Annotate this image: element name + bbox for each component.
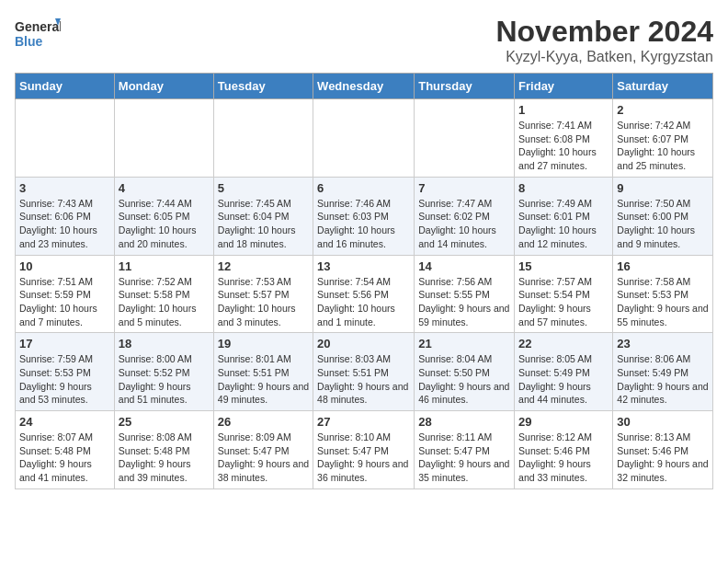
day-detail: Sunrise: 8:00 AM Sunset: 5:52 PM Dayligh… <box>119 352 210 407</box>
day-number: 21 <box>418 337 510 350</box>
title-block: November 2024 Kyzyl-Kyya, Batken, Kyrgyz… <box>495 15 713 65</box>
calendar-cell: 22Sunrise: 8:05 AM Sunset: 5:49 PM Dayli… <box>515 333 613 411</box>
day-detail: Sunrise: 8:05 AM Sunset: 5:49 PM Dayligh… <box>518 352 609 407</box>
day-detail: Sunrise: 7:50 AM Sunset: 6:00 PM Dayligh… <box>617 197 709 251</box>
day-detail: Sunrise: 8:01 AM Sunset: 5:51 PM Dayligh… <box>218 352 309 407</box>
day-detail: Sunrise: 7:43 AM Sunset: 6:06 PM Dayligh… <box>19 197 110 251</box>
calendar-cell: 29Sunrise: 8:12 AM Sunset: 5:46 PM Dayli… <box>515 411 613 489</box>
calendar-cell: 6Sunrise: 7:46 AM Sunset: 6:03 PM Daylig… <box>313 177 415 255</box>
calendar-cell: 11Sunrise: 7:52 AM Sunset: 5:58 PM Dayli… <box>114 255 213 333</box>
day-number: 5 <box>218 181 309 195</box>
calendar-cell: 17Sunrise: 7:59 AM Sunset: 5:53 PM Dayli… <box>16 333 115 411</box>
day-number: 4 <box>119 181 210 195</box>
location-subtitle: Kyzyl-Kyya, Batken, Kyrgyzstan <box>495 49 713 65</box>
day-number: 20 <box>317 337 410 350</box>
day-number: 29 <box>518 415 609 429</box>
calendar-cell: 26Sunrise: 8:09 AM Sunset: 5:47 PM Dayli… <box>213 411 313 489</box>
day-detail: Sunrise: 8:08 AM Sunset: 5:48 PM Dayligh… <box>119 431 210 485</box>
day-detail: Sunrise: 7:52 AM Sunset: 5:58 PM Dayligh… <box>119 275 210 329</box>
day-detail: Sunrise: 8:07 AM Sunset: 5:48 PM Dayligh… <box>19 431 110 485</box>
weekday-header: Wednesday <box>313 74 415 99</box>
calendar-cell <box>415 99 515 178</box>
calendar-cell: 18Sunrise: 8:00 AM Sunset: 5:52 PM Dayli… <box>114 333 213 411</box>
calendar-cell: 23Sunrise: 8:06 AM Sunset: 5:49 PM Dayli… <box>613 333 713 411</box>
day-detail: Sunrise: 8:03 AM Sunset: 5:51 PM Dayligh… <box>317 352 410 407</box>
logo-svg: General Blue <box>15 15 61 55</box>
calendar-cell: 7Sunrise: 7:47 AM Sunset: 6:02 PM Daylig… <box>415 177 515 255</box>
day-number: 12 <box>218 259 309 273</box>
day-detail: Sunrise: 8:11 AM Sunset: 5:47 PM Dayligh… <box>418 431 510 485</box>
weekday-header: Saturday <box>613 74 713 99</box>
calendar-cell: 25Sunrise: 8:08 AM Sunset: 5:48 PM Dayli… <box>114 411 213 489</box>
day-detail: Sunrise: 7:56 AM Sunset: 5:55 PM Dayligh… <box>418 275 510 329</box>
day-detail: Sunrise: 7:57 AM Sunset: 5:54 PM Dayligh… <box>518 275 609 329</box>
day-number: 1 <box>518 103 609 117</box>
calendar-cell: 28Sunrise: 8:11 AM Sunset: 5:47 PM Dayli… <box>415 411 515 489</box>
calendar-cell: 24Sunrise: 8:07 AM Sunset: 5:48 PM Dayli… <box>16 411 115 489</box>
calendar-cell: 8Sunrise: 7:49 AM Sunset: 6:01 PM Daylig… <box>515 177 613 255</box>
day-number: 13 <box>317 259 410 273</box>
weekday-header: Tuesday <box>213 74 313 99</box>
day-number: 19 <box>218 337 309 350</box>
day-number: 9 <box>617 181 709 195</box>
day-number: 23 <box>617 337 709 350</box>
weekday-header: Thursday <box>415 74 515 99</box>
svg-text:Blue: Blue <box>15 34 43 49</box>
day-detail: Sunrise: 7:58 AM Sunset: 5:53 PM Dayligh… <box>617 275 709 329</box>
day-detail: Sunrise: 8:12 AM Sunset: 5:46 PM Dayligh… <box>518 431 609 485</box>
day-number: 11 <box>119 259 210 273</box>
day-number: 26 <box>218 415 309 429</box>
weekday-header: Friday <box>515 74 613 99</box>
day-detail: Sunrise: 7:54 AM Sunset: 5:56 PM Dayligh… <box>317 275 410 329</box>
day-number: 24 <box>19 415 110 429</box>
logo: General Blue <box>15 15 61 55</box>
day-number: 25 <box>119 415 210 429</box>
day-number: 8 <box>518 181 609 195</box>
calendar-cell: 14Sunrise: 7:56 AM Sunset: 5:55 PM Dayli… <box>415 255 515 333</box>
calendar-cell <box>213 99 313 178</box>
day-detail: Sunrise: 7:51 AM Sunset: 5:59 PM Dayligh… <box>19 275 110 329</box>
calendar-cell: 19Sunrise: 8:01 AM Sunset: 5:51 PM Dayli… <box>213 333 313 411</box>
calendar-cell <box>313 99 415 178</box>
day-number: 2 <box>617 103 709 117</box>
weekday-header: Monday <box>114 74 213 99</box>
day-detail: Sunrise: 7:59 AM Sunset: 5:53 PM Dayligh… <box>19 352 110 407</box>
calendar-cell <box>114 99 213 178</box>
calendar-cell: 5Sunrise: 7:45 AM Sunset: 6:04 PM Daylig… <box>213 177 313 255</box>
day-detail: Sunrise: 7:44 AM Sunset: 6:05 PM Dayligh… <box>119 197 210 251</box>
calendar-cell: 9Sunrise: 7:50 AM Sunset: 6:00 PM Daylig… <box>613 177 713 255</box>
calendar-cell: 1Sunrise: 7:41 AM Sunset: 6:08 PM Daylig… <box>515 99 613 178</box>
calendar-cell: 30Sunrise: 8:13 AM Sunset: 5:46 PM Dayli… <box>613 411 713 489</box>
calendar-cell: 4Sunrise: 7:44 AM Sunset: 6:05 PM Daylig… <box>114 177 213 255</box>
day-detail: Sunrise: 7:49 AM Sunset: 6:01 PM Dayligh… <box>518 197 609 251</box>
day-number: 22 <box>518 337 609 350</box>
page-header: General Blue November 2024 Kyzyl-Kyya, B… <box>15 15 713 65</box>
day-detail: Sunrise: 7:42 AM Sunset: 6:07 PM Dayligh… <box>617 119 709 173</box>
day-number: 18 <box>119 337 210 350</box>
day-detail: Sunrise: 7:45 AM Sunset: 6:04 PM Dayligh… <box>218 197 309 251</box>
day-number: 15 <box>518 259 609 273</box>
day-number: 28 <box>418 415 510 429</box>
calendar-cell: 13Sunrise: 7:54 AM Sunset: 5:56 PM Dayli… <box>313 255 415 333</box>
calendar-table: SundayMondayTuesdayWednesdayThursdayFrid… <box>15 73 713 489</box>
weekday-header: Sunday <box>16 74 115 99</box>
day-number: 17 <box>19 337 110 350</box>
day-number: 16 <box>617 259 709 273</box>
day-number: 6 <box>317 181 410 195</box>
calendar-cell: 10Sunrise: 7:51 AM Sunset: 5:59 PM Dayli… <box>16 255 115 333</box>
svg-text:General: General <box>15 19 61 34</box>
day-detail: Sunrise: 8:09 AM Sunset: 5:47 PM Dayligh… <box>218 431 309 485</box>
calendar-cell: 3Sunrise: 7:43 AM Sunset: 6:06 PM Daylig… <box>16 177 115 255</box>
calendar-cell: 27Sunrise: 8:10 AM Sunset: 5:47 PM Dayli… <box>313 411 415 489</box>
calendar-cell: 20Sunrise: 8:03 AM Sunset: 5:51 PM Dayli… <box>313 333 415 411</box>
day-detail: Sunrise: 7:46 AM Sunset: 6:03 PM Dayligh… <box>317 197 410 251</box>
calendar-cell: 12Sunrise: 7:53 AM Sunset: 5:57 PM Dayli… <box>213 255 313 333</box>
day-number: 3 <box>19 181 110 195</box>
day-detail: Sunrise: 7:53 AM Sunset: 5:57 PM Dayligh… <box>218 275 309 329</box>
day-detail: Sunrise: 8:06 AM Sunset: 5:49 PM Dayligh… <box>617 352 709 407</box>
calendar-cell <box>16 99 115 178</box>
day-number: 27 <box>317 415 410 429</box>
day-detail: Sunrise: 7:47 AM Sunset: 6:02 PM Dayligh… <box>418 197 510 251</box>
day-number: 7 <box>418 181 510 195</box>
calendar-cell: 16Sunrise: 7:58 AM Sunset: 5:53 PM Dayli… <box>613 255 713 333</box>
